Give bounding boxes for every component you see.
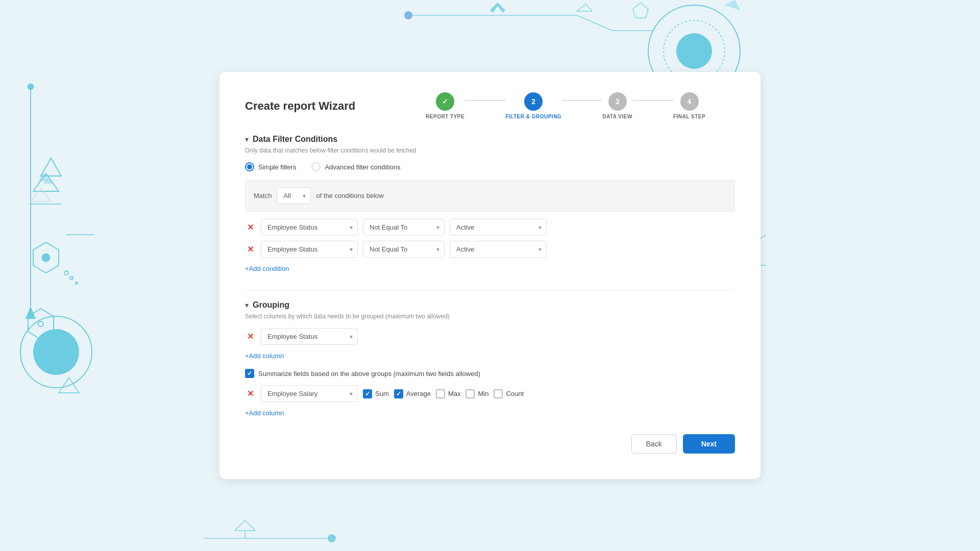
max-label: Max [448, 390, 461, 397]
condition-2-value-select[interactable]: Active [450, 241, 547, 258]
connector-2-3 [561, 100, 602, 101]
average-label: Average [406, 390, 431, 397]
svg-point-32 [676, 33, 712, 69]
condition-2-value-wrapper: Active [450, 241, 547, 258]
step-1-label: REPORT TYPE [426, 114, 464, 119]
svg-marker-49 [725, 0, 740, 10]
step-2: 2 FILTER & GROUPING [505, 92, 561, 119]
svg-point-4 [42, 254, 50, 262]
simple-filters-radio[interactable] [245, 162, 254, 171]
step-4-number: 4 [688, 97, 692, 106]
condition-2-operator-select[interactable]: Not Equal To [363, 241, 445, 258]
step-3: 3 DATA VIEW [602, 92, 632, 119]
advanced-filters-radio[interactable] [311, 162, 321, 171]
condition-1-operator-wrapper: Not Equal To [363, 219, 445, 236]
average-option: ✓ Average [394, 389, 431, 398]
svg-line-43 [577, 15, 612, 31]
add-salary-column-btn[interactable]: +Add column [245, 407, 284, 419]
back-button[interactable]: Back [631, 434, 677, 454]
add-group-column-btn[interactable]: +Add column [245, 350, 284, 362]
match-select[interactable]: All Any [277, 187, 311, 204]
summarize-label: Summarize fields based on the above grou… [258, 370, 480, 378]
wizard-title: Create report Wizard [245, 99, 355, 113]
sum-option: ✓ Sum [363, 389, 389, 398]
svg-marker-9 [43, 176, 54, 184]
remove-condition-1-btn[interactable]: ✕ [245, 222, 256, 232]
simple-filters-label: Simple filters [258, 163, 296, 171]
remove-condition-2-btn[interactable]: ✕ [245, 244, 256, 254]
group-column-wrapper: Employee Status [261, 328, 358, 345]
condition-1-value-wrapper: Active [450, 219, 547, 236]
connector-1-2 [464, 100, 505, 101]
step-3-number: 3 [616, 97, 620, 106]
summarize-options-row: ✕ Employee Salary ✓ Sum ✓ Average [245, 385, 735, 402]
add-condition-btn[interactable]: +Add condition [245, 263, 289, 274]
condition-row-2: ✕ Employee Status Not Equal To Active [245, 241, 735, 258]
svg-marker-8 [38, 173, 48, 181]
step-1-checkmark: ✓ [442, 97, 448, 106]
svg-marker-46 [490, 3, 505, 13]
svg-point-16 [76, 282, 78, 284]
svg-marker-6 [33, 173, 59, 191]
filter-section: ▾ Data Filter Conditions Only data that … [245, 135, 735, 274]
simple-filters-option[interactable]: Simple filters [245, 162, 296, 171]
svg-point-15 [70, 277, 73, 280]
wizard-card: Create report Wizard ✓ REPORT TYPE 2 FIL… [219, 72, 761, 479]
sum-check-icon: ✓ [365, 390, 370, 397]
grouping-section-title: Grouping [253, 300, 289, 310]
advanced-filters-option[interactable]: Advanced filter conditions [311, 162, 400, 171]
max-checkbox[interactable] [436, 389, 445, 398]
min-label: Min [478, 390, 488, 397]
remove-salary-column-btn[interactable]: ✕ [245, 389, 256, 398]
svg-point-45 [404, 11, 412, 19]
filter-collapse-icon[interactable]: ▾ [245, 135, 249, 143]
average-checkbox[interactable]: ✓ [394, 389, 403, 398]
condition-1-value-select[interactable]: Active [450, 219, 547, 236]
svg-marker-2 [26, 306, 36, 319]
step-1-circle: ✓ [436, 92, 454, 111]
step-2-number: 2 [531, 97, 535, 106]
condition-1-operator-select[interactable]: Not Equal To [363, 219, 445, 236]
svg-marker-7 [31, 189, 51, 202]
svg-marker-53 [235, 520, 255, 531]
match-bar: Match All Any of the conditions below [245, 180, 735, 212]
stepper: ✓ REPORT TYPE 2 FILTER & GROUPING 3 DATA… [396, 92, 735, 119]
grouping-section-subtitle: Select columns by which data needs to be… [245, 313, 735, 320]
sum-checkbox[interactable]: ✓ [363, 389, 372, 398]
summarize-checkbox[interactable]: ✓ [245, 369, 254, 378]
grouping-title-row: ▾ Grouping [245, 300, 735, 310]
condition-2-field-select[interactable]: Employee Status [261, 241, 358, 258]
grouping-section: ▾ Grouping Select columns by which data … [245, 300, 735, 419]
grouping-collapse-icon[interactable]: ▾ [245, 301, 249, 309]
condition-2-operator-wrapper: Not Equal To [363, 241, 445, 258]
step-2-circle: 2 [524, 92, 543, 111]
count-checkbox[interactable] [494, 389, 503, 398]
condition-row-1: ✕ Employee Status Not Equal To Active [245, 219, 735, 236]
svg-point-11 [33, 329, 79, 375]
min-option: Min [465, 389, 488, 398]
next-button[interactable]: Next [683, 434, 735, 454]
wizard-footer: Back Next [245, 434, 735, 454]
step-1: ✓ REPORT TYPE [426, 92, 464, 119]
svg-marker-48 [633, 3, 648, 18]
match-label: Match [254, 192, 272, 199]
remove-group-column-btn[interactable]: ✕ [245, 332, 256, 341]
group-column-select[interactable]: Employee Status [261, 328, 358, 345]
condition-1-field-wrapper: Employee Status [261, 219, 358, 236]
max-option: Max [436, 389, 461, 398]
min-checkbox[interactable] [465, 389, 475, 398]
filter-radio-group: Simple filters Advanced filter condition… [245, 162, 735, 171]
step-2-label: FILTER & GROUPING [505, 114, 561, 119]
sum-label: Sum [375, 390, 389, 397]
svg-marker-5 [41, 158, 61, 176]
match-select-wrapper: All Any [277, 187, 311, 204]
count-option: Count [494, 389, 524, 398]
average-check-icon: ✓ [396, 390, 401, 397]
salary-column-wrapper: Employee Salary [261, 385, 358, 402]
svg-point-51 [328, 534, 336, 542]
radio-inner [247, 164, 252, 169]
svg-marker-47 [577, 4, 592, 11]
condition-1-field-select[interactable]: Employee Status [261, 219, 358, 236]
svg-point-18 [38, 321, 43, 327]
salary-column-select[interactable]: Employee Salary [261, 385, 358, 402]
